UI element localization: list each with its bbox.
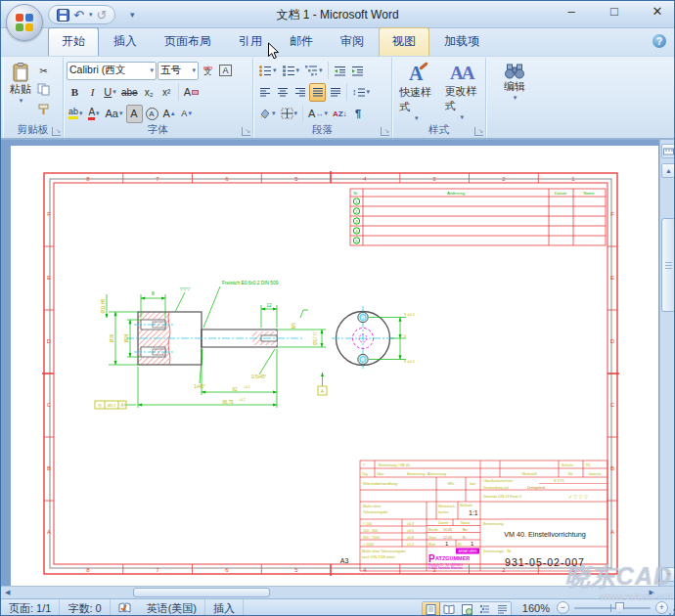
svg-text:±0.8: ±0.8 — [407, 536, 414, 540]
text-highlight-button[interactable]: ab▾ — [67, 105, 85, 123]
horizontal-scrollbar[interactable]: ◀ ▶ — [1, 586, 675, 598]
svg-text:A: A — [120, 403, 123, 408]
copy-button[interactable] — [35, 82, 52, 101]
tab-view[interactable]: 视图 — [379, 27, 429, 56]
show-marks-button[interactable]: ¶ — [350, 105, 367, 123]
ruler-toggle-button[interactable] — [661, 144, 675, 158]
maximize-button[interactable]: □ — [604, 4, 625, 19]
enclose-character-button[interactable]: A — [144, 105, 160, 123]
paragraph-dialog-launcher[interactable]: ↘ — [381, 127, 389, 136]
insert-mode[interactable]: 插入 — [205, 599, 244, 616]
font-dialog-launcher[interactable]: ↘ — [242, 127, 250, 136]
datum-flag: A — [318, 386, 327, 395]
shading-button[interactable]: ▾ — [256, 105, 278, 123]
clear-formatting-button[interactable]: A — [182, 83, 201, 102]
character-border-button[interactable]: A — [217, 62, 234, 80]
fullscreen-reading-view-button[interactable] — [440, 602, 458, 616]
proofing-status[interactable] — [111, 599, 139, 616]
qat-customize-icon[interactable]: ▾ — [130, 10, 135, 20]
quick-styles-button[interactable]: A 快速样式 ▾ — [395, 60, 437, 125]
svg-text:kanten: kanten — [438, 510, 449, 514]
superscript-button[interactable]: x² — [158, 83, 175, 102]
resize-grip[interactable] — [667, 605, 675, 615]
print-layout-view-button[interactable] — [423, 602, 440, 616]
help-icon[interactable]: ? — [652, 34, 666, 48]
scroll-up-button[interactable]: ▲ — [661, 163, 675, 178]
zoom-level[interactable]: 160% — [522, 602, 550, 614]
underline-button[interactable]: U▾ — [102, 83, 118, 102]
svg-text:±1.2: ±1.2 — [407, 543, 414, 547]
clipboard-dialog-launcher[interactable]: ↘ — [52, 127, 61, 136]
numbering-button[interactable]: ▾ — [280, 62, 302, 80]
strikethrough-button[interactable]: abe — [119, 83, 140, 102]
undo-dropdown-icon[interactable]: ▾ — [89, 11, 93, 19]
svg-text:4: 4 — [355, 229, 358, 234]
distribute-button[interactable] — [327, 83, 343, 102]
office-button[interactable] — [6, 4, 43, 41]
horizontal-scroll-thumb[interactable] — [133, 588, 270, 597]
increase-indent-button[interactable] — [349, 62, 366, 80]
vertical-scrollbar[interactable]: ▲ ▼ — [659, 140, 675, 586]
align-right-button[interactable] — [292, 83, 308, 102]
paste-button[interactable]: 粘贴 ▾ — [6, 60, 35, 121]
tab-page-layout[interactable]: 页面布局 — [152, 28, 224, 56]
grow-font-button[interactable]: A▲ — [161, 105, 178, 123]
editing-button[interactable]: 编辑 ▾ — [489, 60, 540, 105]
font-size-combobox[interactable]: 五号▾ — [158, 62, 199, 80]
tab-mailings[interactable]: 邮件 — [277, 28, 326, 56]
tab-home[interactable]: 开始 — [48, 27, 99, 56]
tab-review[interactable]: 审阅 — [328, 28, 377, 56]
italic-button[interactable]: I — [84, 83, 101, 102]
paste-dropdown-icon[interactable]: ▾ — [20, 97, 23, 105]
web-layout-view-button[interactable] — [458, 602, 475, 616]
minimize-button[interactable]: – — [561, 4, 582, 19]
align-left-button[interactable] — [256, 83, 273, 102]
undo-button[interactable]: ↶ — [73, 9, 84, 22]
bold-button[interactable]: B — [67, 83, 83, 102]
asian-layout-button[interactable]: A↔▾ — [306, 105, 330, 123]
bullets-button[interactable]: ▾ — [256, 62, 279, 80]
sort-button[interactable]: AZ↓ — [331, 105, 349, 123]
font-color-button[interactable]: A▾ — [86, 105, 103, 123]
zoom-out-button[interactable]: − — [557, 601, 569, 614]
svg-text:Zeichnungs - Nr.: Zeichnungs - Nr. — [483, 549, 512, 553]
tab-references[interactable]: 引用 — [226, 28, 275, 56]
zoom-slider-thumb[interactable] — [615, 602, 624, 613]
outline-view-button[interactable] — [475, 602, 493, 616]
view-shortcuts — [422, 601, 512, 616]
page-indicator[interactable]: 页面: 1/1 — [1, 599, 60, 616]
align-center-button[interactable] — [274, 83, 291, 102]
character-shading-button[interactable]: A — [126, 105, 143, 123]
change-styles-button[interactable]: AA 更改样式 ▾ — [441, 60, 483, 125]
line-spacing-button[interactable]: ↕▾ — [350, 83, 372, 102]
save-icon[interactable] — [57, 9, 69, 22]
word-count[interactable]: 字数: 0 — [60, 599, 110, 616]
scroll-down-button[interactable]: ▼ — [661, 567, 675, 582]
sheet-number: 1 — [471, 541, 474, 547]
vertical-scroll-thumb[interactable] — [661, 218, 675, 312]
document-page[interactable]: 87654321 87654321 FEDCBA FEDCBA — [11, 146, 658, 586]
font-name-combobox[interactable]: Calibri (西文▾ — [67, 62, 157, 80]
decrease-indent-button[interactable] — [332, 62, 348, 80]
tab-addins[interactable]: 加载项 — [431, 28, 492, 56]
cut-button[interactable]: ✂ — [35, 62, 52, 80]
format-painter-button[interactable] — [35, 103, 52, 121]
svg-text:±0.5: ±0.5 — [407, 529, 414, 533]
tab-insert[interactable]: 插入 — [101, 28, 150, 56]
phonetic-guide-button[interactable]: wén 文 — [200, 62, 216, 80]
draft-view-button[interactable] — [493, 602, 511, 616]
subscript-button[interactable]: x₂ — [141, 83, 158, 102]
close-button[interactable]: ✕ — [647, 4, 668, 19]
justify-button[interactable] — [309, 83, 326, 102]
borders-button[interactable]: ▾ — [279, 105, 300, 123]
change-case-button[interactable]: Aa▾ — [104, 105, 125, 123]
multilevel-list-button[interactable]: ▾ — [302, 62, 325, 80]
scroll-left-button[interactable]: ◀ — [5, 589, 10, 596]
scroll-right-button[interactable]: ▶ — [650, 589, 654, 596]
shrink-font-button[interactable]: A▼ — [179, 105, 196, 123]
svg-text:C: C — [610, 402, 615, 408]
styles-dialog-launcher[interactable]: ↘ — [474, 127, 483, 136]
language-indicator[interactable]: 英语(美国) — [139, 599, 205, 616]
redo-button[interactable]: ↺ — [96, 9, 107, 22]
zoom-slider[interactable] — [574, 601, 651, 614]
